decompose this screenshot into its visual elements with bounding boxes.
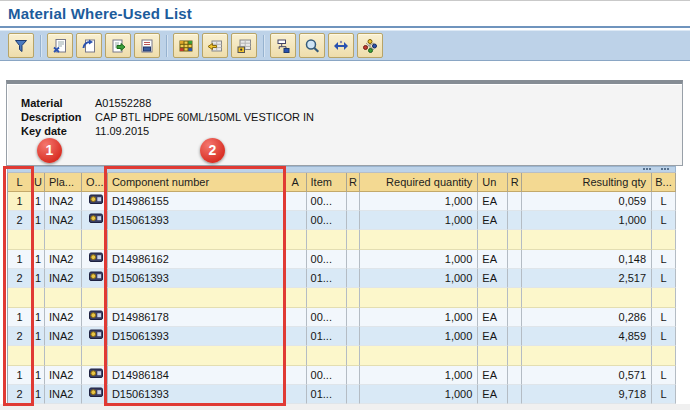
cell-a[interactable] [285,327,307,346]
column-header-un[interactable]: Un [478,173,508,192]
cell-item[interactable]: 00... [307,192,347,211]
column-header-o[interactable]: O... [82,173,108,192]
column-header-res_qty[interactable]: Resulting qty [522,173,652,192]
word-processing-button[interactable] [202,33,228,58]
cell-req_qty[interactable]: 1,000 [360,366,478,385]
cell-b[interactable]: L [652,385,676,404]
cell-plant[interactable]: INA2 [45,269,82,288]
cell-r2[interactable] [508,192,522,211]
cell-component[interactable]: D15061393 [108,211,285,230]
cell-item[interactable]: 01... [307,385,347,404]
cell-req_qty[interactable]: 1,000 [360,269,478,288]
cell-un[interactable]: EA [478,366,508,385]
column-header-req_qty[interactable]: Required quantity [360,173,478,192]
cell-l[interactable]: 1 [8,192,32,211]
cell-un[interactable]: EA [478,250,508,269]
cell-u[interactable]: 1 [32,269,45,288]
table-view-button[interactable] [173,33,199,58]
cell-plant[interactable]: INA2 [45,250,82,269]
cell-o[interactable] [82,385,108,404]
print-button[interactable] [134,33,160,58]
cell-component[interactable]: D14986162 [108,250,285,269]
send-button[interactable] [328,33,354,58]
cell-un[interactable]: EA [478,269,508,288]
cell-u[interactable]: 1 [32,366,45,385]
cell-item[interactable]: 00... [307,250,347,269]
cell-r1[interactable] [347,385,361,404]
cell-o[interactable] [82,327,108,346]
cell-o[interactable] [82,269,108,288]
column-header-u[interactable]: U [32,173,45,192]
refresh-button[interactable] [76,33,102,58]
cell-b[interactable]: L [652,366,676,385]
cell-l[interactable]: 1 [8,366,32,385]
cell-component[interactable]: D15061393 [108,269,285,288]
cell-req_qty[interactable]: 1,000 [360,385,478,404]
cell-a[interactable] [285,192,307,211]
cell-r1[interactable] [347,269,361,288]
column-header-a[interactable]: A [285,173,307,192]
cell-req_qty[interactable]: 1,000 [360,192,478,211]
hierarchy-button[interactable] [270,33,296,58]
cell-r2[interactable] [508,308,522,327]
cell-u[interactable]: 1 [32,250,45,269]
column-header-r2[interactable]: R [508,173,522,192]
cell-req_qty[interactable]: 1,000 [360,327,478,346]
cell-res_qty[interactable]: 9,718 [522,385,652,404]
cell-component[interactable]: D14986184 [108,366,285,385]
cell-plant[interactable]: INA2 [45,308,82,327]
cell-l[interactable]: 2 [8,211,32,230]
scroll-grip-icon[interactable] [643,168,653,171]
filter-button[interactable] [8,33,34,58]
cell-r2[interactable] [508,385,522,404]
column-header-item[interactable]: Item [307,173,347,192]
graphic-button[interactable] [357,33,383,58]
cell-o[interactable] [82,211,108,230]
cell-component[interactable]: D14986178 [108,308,285,327]
zoom-button[interactable] [299,33,325,58]
detail-button[interactable] [47,33,73,58]
cell-r1[interactable] [347,192,361,211]
cell-u[interactable]: 1 [32,211,45,230]
cell-res_qty[interactable]: 0,059 [522,192,652,211]
cell-l[interactable]: 2 [8,385,32,404]
cell-a[interactable] [285,250,307,269]
cell-un[interactable]: EA [478,192,508,211]
cell-req_qty[interactable]: 1,000 [360,308,478,327]
scroll-grip-icon[interactable] [661,168,671,171]
cell-component[interactable]: D15061393 [108,327,285,346]
cell-un[interactable]: EA [478,385,508,404]
cell-plant[interactable]: INA2 [45,211,82,230]
cell-r1[interactable] [347,366,361,385]
spreadsheet-button[interactable] [231,33,257,58]
cell-item[interactable]: 01... [307,327,347,346]
cell-r2[interactable] [508,366,522,385]
cell-plant[interactable]: INA2 [45,192,82,211]
cell-component[interactable]: D14986155 [108,192,285,211]
cell-res_qty[interactable]: 0,148 [522,250,652,269]
cell-r2[interactable] [508,269,522,288]
cell-req_qty[interactable]: 1,000 [360,211,478,230]
cell-b[interactable]: L [652,211,676,230]
cell-a[interactable] [285,269,307,288]
cell-l[interactable]: 1 [8,308,32,327]
cell-o[interactable] [82,250,108,269]
cell-res_qty[interactable]: 0,286 [522,308,652,327]
cell-a[interactable] [285,385,307,404]
cell-b[interactable]: L [652,250,676,269]
cell-component[interactable]: D15061393 [108,385,285,404]
cell-item[interactable]: 00... [307,366,347,385]
cell-plant[interactable]: INA2 [45,327,82,346]
cell-r1[interactable] [347,211,361,230]
column-header-b[interactable]: B... [652,173,676,192]
cell-res_qty[interactable]: 1,000 [522,211,652,230]
cell-u[interactable]: 1 [32,327,45,346]
cell-res_qty[interactable]: 2,517 [522,269,652,288]
cell-b[interactable]: L [652,269,676,288]
cell-r1[interactable] [347,327,361,346]
cell-l[interactable]: 2 [8,269,32,288]
cell-b[interactable]: L [652,192,676,211]
cell-u[interactable]: 1 [32,385,45,404]
cell-o[interactable] [82,192,108,211]
cell-u[interactable]: 1 [32,192,45,211]
